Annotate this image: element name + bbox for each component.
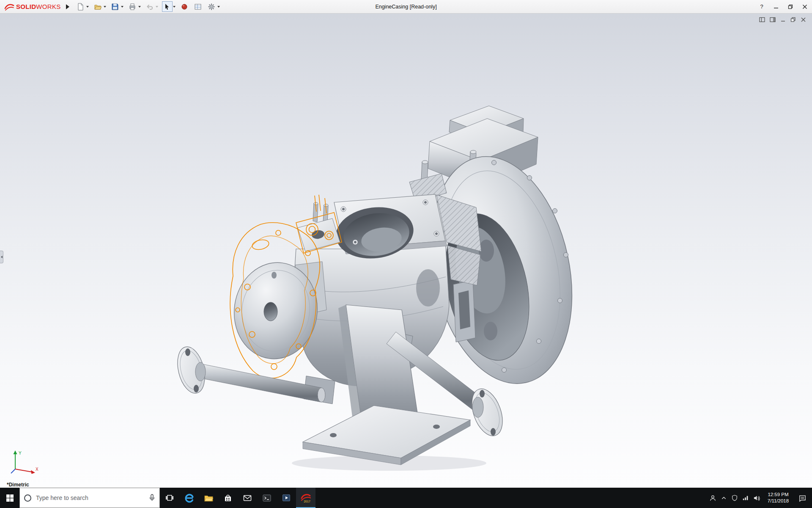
save-floppy-icon	[111, 3, 119, 11]
windows-taskbar: 2017	[0, 488, 812, 508]
file-properties-icon	[194, 3, 202, 11]
x-axis-label: X	[36, 467, 38, 472]
restore-icon	[788, 4, 793, 9]
left-support-rod-component[interactable]	[173, 344, 325, 402]
save-dropdown-arrow[interactable]	[121, 6, 123, 8]
media-app-icon	[282, 493, 291, 502]
security-button[interactable]	[729, 488, 740, 508]
doc-minimize-icon[interactable]	[780, 17, 786, 22]
options-dropdown-arrow[interactable]	[217, 6, 220, 8]
microphone-icon[interactable]	[149, 494, 155, 502]
system-tray: 12:59 PM 7/11/2018	[707, 488, 812, 508]
solidworks-app-button[interactable]: 2017	[296, 488, 315, 508]
edge-icon	[184, 493, 194, 503]
tray-overflow-button[interactable]	[718, 488, 729, 508]
search-input[interactable]	[35, 494, 145, 502]
select-cursor-icon	[163, 3, 171, 11]
media-app-button[interactable]	[277, 488, 296, 508]
undo-icon	[146, 3, 154, 11]
select-dropdown-arrow[interactable]	[173, 6, 176, 8]
task-view-icon	[165, 494, 174, 502]
minimize-icon	[774, 4, 779, 9]
collapse-arrow-icon	[1, 256, 3, 258]
help-icon: ?	[760, 3, 763, 10]
cortana-icon	[24, 494, 31, 502]
help-button[interactable]: ?	[754, 0, 769, 14]
file-explorer-button[interactable]	[199, 488, 218, 508]
start-button[interactable]	[0, 488, 19, 508]
options-button[interactable]	[206, 1, 217, 12]
action-center-button[interactable]	[794, 488, 810, 508]
solidworks-app-icon: 2017	[300, 492, 311, 503]
people-icon	[709, 494, 716, 502]
print-dropdown-arrow[interactable]	[138, 6, 141, 8]
view-orientation-label: *Dimetric	[7, 482, 29, 488]
mail-button[interactable]	[238, 488, 257, 508]
solidworks-logo-text: SOLIDWORKS	[16, 3, 61, 10]
minimize-button[interactable]	[769, 0, 783, 14]
appearance-button[interactable]	[179, 1, 190, 12]
solidworks-version-badge: 2017	[304, 500, 310, 503]
app-titlebar: SOLIDWORKS	[0, 0, 812, 14]
terminal-button[interactable]	[257, 488, 277, 508]
terminal-icon	[262, 493, 272, 502]
y-axis-label: Y	[19, 451, 22, 456]
clock-date: 7/11/2018	[768, 498, 789, 504]
new-document-button[interactable]	[75, 1, 86, 12]
network-button[interactable]	[740, 488, 751, 508]
action-center-icon	[798, 494, 807, 502]
shield-icon	[731, 494, 738, 501]
appearance-sphere-icon	[181, 3, 188, 11]
edge-button[interactable]	[179, 488, 199, 508]
print-button[interactable]	[127, 1, 138, 12]
z-axis-arrow	[11, 469, 15, 473]
save-button[interactable]	[110, 1, 121, 12]
graphics-viewport[interactable]: Y X *Dimetric	[0, 14, 812, 488]
close-icon	[802, 4, 807, 9]
open-folder-icon	[94, 3, 102, 11]
gear-icon	[208, 3, 215, 11]
split-view-icon[interactable]	[759, 17, 765, 22]
feature-panel-collapse-tab[interactable]	[0, 251, 3, 263]
store-icon	[223, 493, 233, 502]
chevron-up-icon	[721, 495, 727, 501]
restore-button[interactable]	[783, 0, 798, 14]
volume-button[interactable]	[751, 488, 762, 508]
taskbar-search[interactable]	[19, 488, 160, 508]
store-button[interactable]	[218, 488, 238, 508]
new-dropdown-arrow[interactable]	[86, 6, 89, 8]
spacer-component[interactable]	[298, 202, 340, 251]
network-icon	[742, 494, 749, 501]
new-document-icon	[77, 3, 84, 11]
volume-icon	[753, 494, 760, 502]
print-icon	[129, 3, 136, 11]
task-view-button[interactable]	[160, 488, 179, 508]
open-document-button[interactable]	[93, 1, 103, 12]
people-button[interactable]	[707, 488, 718, 508]
file-properties-button[interactable]	[193, 1, 203, 12]
solidworks-logo-mark	[4, 3, 14, 11]
y-axis-arrow	[14, 450, 17, 454]
select-tool-button[interactable]	[162, 1, 173, 12]
mail-icon	[243, 493, 252, 502]
windows-logo-icon	[6, 494, 14, 502]
doc-restore-icon[interactable]	[790, 17, 796, 22]
doc-close-icon[interactable]	[801, 17, 806, 22]
solidworks-logo: SOLIDWORKS	[4, 3, 61, 11]
engine-casing-3d-model[interactable]	[0, 14, 812, 488]
expand-toolbar-arrow[interactable]	[66, 4, 69, 9]
undo-dropdown-arrow[interactable]	[156, 6, 158, 8]
close-button[interactable]	[798, 0, 812, 14]
popout-window-icon[interactable]	[770, 17, 776, 22]
taskbar-clock[interactable]: 12:59 PM 7/11/2018	[762, 488, 794, 508]
clock-time: 12:59 PM	[768, 491, 788, 498]
open-dropdown-arrow[interactable]	[104, 6, 106, 8]
x-axis-arrow	[31, 470, 35, 474]
orientation-triad[interactable]: Y X	[8, 448, 41, 476]
undo-button[interactable]	[145, 1, 155, 12]
document-window-controls	[759, 17, 806, 22]
file-explorer-icon	[204, 493, 214, 503]
